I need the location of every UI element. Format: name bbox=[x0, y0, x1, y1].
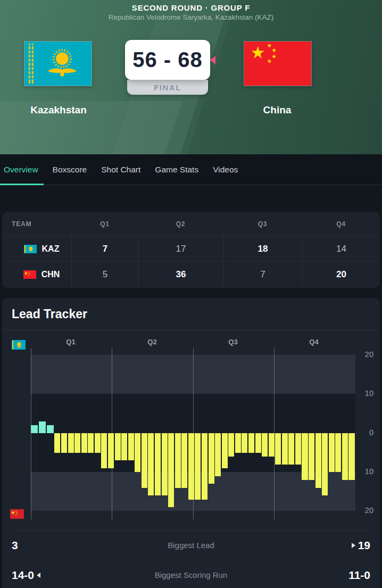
y-axis-label-10-bottom: 10 bbox=[353, 467, 373, 476]
kaz-flag-chip bbox=[24, 245, 37, 253]
game-page: SECOND ROUND · GROUP F Republican Velodr… bbox=[0, 0, 382, 588]
lead-bar bbox=[235, 433, 241, 453]
col-header-q3: Q3 bbox=[223, 220, 302, 228]
game-header: SECOND ROUND · GROUP F Republican Velodr… bbox=[0, 0, 382, 154]
lead-bar bbox=[128, 433, 134, 460]
lead-tracker-chart: Q1 Q2 Q3 Q4 20 10 0 10 20 bbox=[2, 330, 380, 526]
tab-shot-chart[interactable]: Shot Chart bbox=[101, 165, 140, 175]
y-axis-label-20-top: 20 bbox=[353, 350, 373, 359]
kaz-q1: 7 bbox=[71, 236, 138, 261]
lead-bar bbox=[302, 433, 308, 480]
lead-bar bbox=[135, 433, 140, 472]
lead-bar bbox=[81, 433, 87, 453]
lead-bar bbox=[188, 433, 194, 500]
kaz-flag-chip bbox=[12, 340, 26, 350]
lead-bar bbox=[315, 433, 321, 488]
lead-bar bbox=[31, 425, 38, 433]
biggest-run-label: Biggest Scoring Run bbox=[2, 570, 380, 579]
lead-tracker-card: Lead Tracker Q1 Q2 Q3 Q4 20 10 0 10 20 bbox=[2, 298, 380, 588]
lead-bar bbox=[282, 433, 288, 465]
lead-bar bbox=[262, 433, 268, 457]
lead-bar bbox=[215, 433, 221, 476]
lead-bar bbox=[148, 433, 154, 495]
lead-bar bbox=[288, 433, 294, 465]
tab-videos[interactable]: Videos bbox=[213, 165, 238, 175]
chart-q4-label: Q4 bbox=[293, 338, 335, 346]
lead-bar bbox=[95, 433, 101, 453]
final-score: 56 - 68 bbox=[125, 40, 210, 80]
lead-bar bbox=[162, 433, 168, 495]
col-header-q2: Q2 bbox=[138, 220, 223, 228]
lead-bar bbox=[115, 433, 121, 460]
lead-bar bbox=[74, 433, 80, 453]
round-title: SECOND ROUND · GROUP F bbox=[0, 3, 382, 12]
lead-bar bbox=[168, 433, 174, 507]
lead-bar bbox=[275, 433, 281, 465]
lead-bar bbox=[195, 433, 201, 500]
team-code: KAZ bbox=[42, 244, 60, 254]
lead-bar bbox=[255, 433, 261, 453]
lead-bar bbox=[242, 433, 247, 453]
active-tab-underline bbox=[0, 184, 44, 185]
chn-flag-chip bbox=[10, 509, 24, 519]
winner-marker-icon bbox=[210, 56, 215, 64]
col-header-q4: Q4 bbox=[302, 220, 380, 228]
biggest-lead-label: Biggest Lead bbox=[2, 541, 380, 550]
lead-bar bbox=[181, 433, 187, 488]
quarter-score-table: TEAM Q1 Q2 Q3 Q4 KAZ 7 17 18 14 CHN bbox=[2, 212, 380, 288]
lead-bar bbox=[54, 433, 60, 453]
lead-bar bbox=[101, 433, 107, 468]
chn-q4: 20 bbox=[302, 262, 380, 287]
lead-bar bbox=[88, 433, 94, 453]
y-axis-label-0: 0 bbox=[353, 428, 373, 437]
chart-q3-label: Q3 bbox=[212, 338, 254, 346]
chart-q2-label: Q2 bbox=[131, 338, 173, 346]
tab-boxscore[interactable]: Boxscore bbox=[53, 165, 87, 175]
lead-bar bbox=[309, 433, 314, 480]
biggest-lead-row: Biggest Lead 3 19 bbox=[2, 531, 380, 560]
table-row-chn: CHN 5 36 7 20 bbox=[2, 261, 380, 287]
tab-game-stats[interactable]: Game Stats bbox=[155, 165, 198, 175]
home-team-name: Kazakhstan bbox=[0, 104, 117, 116]
score-value: 56 - 68 bbox=[132, 48, 203, 72]
lead-bar bbox=[342, 433, 348, 480]
lead-bar bbox=[202, 433, 207, 500]
table-row-kaz: KAZ 7 17 18 14 bbox=[2, 236, 380, 261]
lead-bar bbox=[248, 433, 254, 453]
game-status: FINAL bbox=[127, 80, 208, 95]
y-axis-label-10-top: 10 bbox=[353, 389, 373, 397]
kazakhstan-flag bbox=[24, 41, 92, 86]
lead-chart-plot bbox=[31, 355, 355, 511]
away-team-name: China bbox=[219, 104, 336, 116]
tab-overview[interactable]: Overview bbox=[4, 165, 38, 175]
lead-bar bbox=[142, 433, 147, 488]
lead-bar bbox=[335, 433, 341, 472]
biggest-run-row: Biggest Scoring Run 14-0 11-0 bbox=[2, 560, 380, 588]
lead-bar bbox=[155, 433, 161, 495]
lead-bar bbox=[121, 433, 127, 460]
lead-bar bbox=[68, 433, 74, 453]
chn-q2: 36 bbox=[138, 262, 223, 287]
lead-bar bbox=[322, 433, 328, 495]
lead-bar bbox=[295, 433, 301, 465]
team-code: CHN bbox=[41, 270, 60, 279]
chn-q3: 7 bbox=[223, 262, 302, 287]
lead-bar bbox=[228, 433, 234, 457]
lead-bar bbox=[47, 425, 54, 433]
lead-bar bbox=[329, 433, 335, 472]
kaz-q2: 17 bbox=[138, 236, 223, 261]
col-header-q1: Q1 bbox=[71, 220, 138, 228]
lead-bar bbox=[175, 433, 181, 488]
lead-tracker-stats: Biggest Lead 3 19 Biggest Scoring Run 14… bbox=[2, 530, 380, 588]
table-header-row: TEAM Q1 Q2 Q3 Q4 bbox=[2, 212, 380, 236]
kaz-q4: 14 bbox=[302, 236, 380, 261]
chn-flag-chip bbox=[23, 270, 36, 279]
lead-bar bbox=[39, 421, 46, 433]
venue-label: Republican Velodrome Saryarka, Kazakhsta… bbox=[0, 13, 382, 21]
lead-tracker-title: Lead Tracker bbox=[2, 298, 380, 330]
chart-q1-label: Q1 bbox=[49, 338, 92, 346]
china-flag bbox=[244, 41, 312, 86]
col-header-team: TEAM bbox=[2, 220, 71, 228]
tab-bar: Overview Boxscore Shot Chart Game Stats … bbox=[0, 154, 382, 185]
lead-bar bbox=[348, 433, 354, 480]
